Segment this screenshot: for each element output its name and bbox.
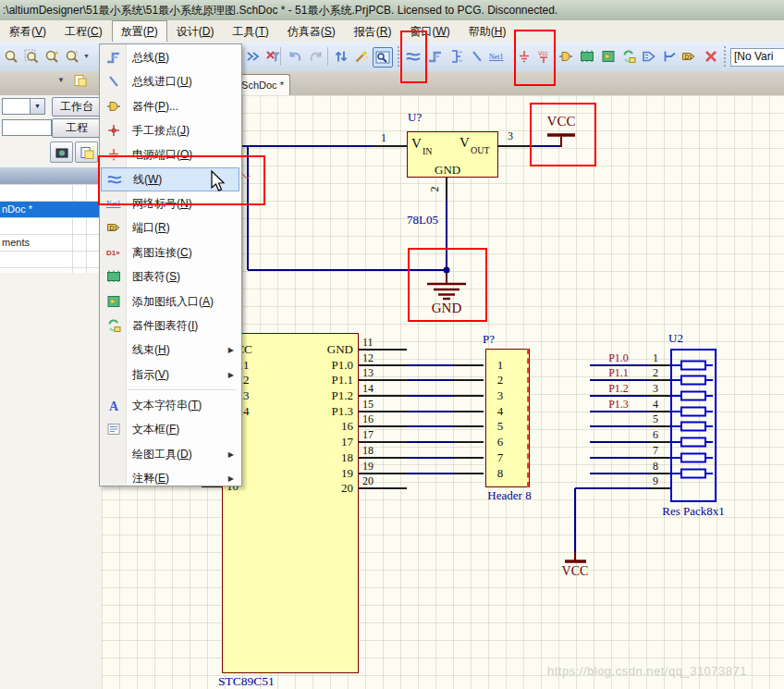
vcc-power-port-label-bottom: VCC [554, 564, 596, 579]
menu-item-label: 总线进口(U) [126, 74, 192, 90]
mouse-cursor [210, 170, 228, 192]
menu-item-label: 线束(H) [126, 342, 170, 358]
submenu-arrow-icon: ▶ [228, 450, 234, 459]
header-pin-number: 5 [491, 419, 509, 434]
respack-pin-number: 2 [647, 366, 664, 380]
respack-pin-number: 4 [647, 398, 664, 412]
sheet-symbol-icon [101, 269, 126, 284]
highlight-box-toolbar-wire [400, 31, 427, 83]
mcu-right-pin-name: 20 [294, 481, 353, 496]
regulator-designator: U? [408, 110, 422, 125]
highlight-box-vcc [530, 103, 596, 166]
header-pin-number: 6 [491, 435, 509, 449]
pin-number-1: 1 [381, 131, 386, 145]
mcu-pin-number: 12 [362, 351, 386, 365]
header-name: Header 8 [478, 488, 541, 503]
pin-name-vout-sub: OUT [471, 145, 490, 155]
mcu-pin-number: 19 [362, 460, 386, 474]
off-sheet-icon: D1» [101, 245, 126, 260]
submenu-arrow-icon: ▶ [228, 346, 234, 354]
place-menu-item-2[interactable]: 总线进口(U) [101, 69, 239, 93]
net-label: P1.1 [604, 366, 633, 380]
mcu-right-pin-name: 19 [294, 466, 353, 481]
mcu-pin-number: 17 [362, 428, 386, 442]
respack-pin-number: 9 [647, 474, 664, 488]
mcu-right-pin-name: P1.0 [294, 358, 353, 373]
mcu-pin-number: 15 [362, 398, 386, 412]
place-menu-item-19[interactable]: 注释(E)▶ [101, 466, 239, 490]
text-frame-icon [101, 422, 126, 437]
respack-name: Res Pack8x1 [655, 504, 732, 519]
highlight-box-toolbar-power [514, 30, 556, 86]
respack-designator: U2 [668, 331, 696, 346]
respack-pin-number: 1 [647, 351, 664, 365]
menu-item-label: 添加图纸入口(A) [126, 294, 214, 310]
mcu-right-pin-name: P1.2 [294, 388, 353, 403]
svg-text:A: A [109, 400, 119, 413]
net-label: P1.2 [604, 382, 633, 396]
part-icon [101, 99, 126, 114]
header-pin-number: 3 [491, 388, 509, 403]
highlight-box-gnd [408, 248, 487, 322]
menu-item-label: 指示(V) [126, 367, 169, 383]
respack-pin-number: 7 [647, 444, 664, 458]
pin-name-vin-sub: IN [423, 146, 433, 156]
mcu-right-pin-name: GND [294, 342, 353, 357]
mcu-right-pin-name: 17 [294, 435, 353, 449]
menu-item-label: 器件图表符(I) [126, 318, 198, 334]
port-icon: D1 [101, 220, 126, 235]
menu-item-label: 端口(R) [126, 220, 170, 236]
bus-entry-icon [101, 74, 126, 89]
mcu-right-pin-name: 16 [294, 419, 353, 434]
device-sheet-icon [101, 318, 126, 333]
place-menu-item-14[interactable]: 指示(V)▶ [101, 363, 239, 387]
svg-text:D1: D1 [109, 225, 117, 231]
mcu-pin-number: 11 [362, 336, 386, 350]
respack-pin-number: 5 [647, 412, 664, 426]
mcu-pin-number: 18 [362, 444, 386, 458]
mcu-pin-number: 14 [362, 382, 386, 396]
svg-text:D1»: D1» [106, 249, 120, 257]
place-menu-item-18[interactable]: 绘图工具(D)▶ [101, 442, 239, 466]
mcu-part-label: STC89C51 [218, 674, 301, 689]
menu-item-label: 器件(P)... [126, 99, 178, 115]
header-pin-number: 4 [491, 404, 509, 419]
header-pin-number: 7 [491, 450, 509, 465]
menu-item-label: 手工接点(J) [126, 123, 190, 139]
mcu-pin-number: 13 [362, 366, 386, 380]
menu-item-label: 绘图工具(D) [126, 447, 192, 462]
mcu-right-pin-name: P1.3 [294, 404, 353, 419]
menu-item-label: 图表符(S) [126, 269, 180, 285]
submenu-arrow-icon: ▶ [228, 474, 234, 483]
pin-name-vout: V [459, 135, 470, 151]
place-menu-item-16[interactable]: A文本字符串(T) [101, 393, 239, 417]
pin-name-gnd: GND [435, 163, 460, 178]
net-label: P1.3 [604, 398, 633, 412]
header-designator: P? [483, 332, 510, 347]
pin-number-3: 3 [508, 129, 513, 143]
altium-designer-window: :\altiumDesigner\51最小系统\51最小系统原理图.SchDoc… [0, 0, 784, 689]
header-pin-number: 1 [491, 358, 509, 373]
regulator-part-number: 78L05 [407, 213, 438, 228]
place-menu-item-11[interactable]: 添加图纸入口(A) [101, 289, 239, 314]
menu-item-label: 总线(B) [126, 50, 169, 66]
place-menu: 总线(B)总线进口(U)器件(P)...手工接点(J)电源端口(O)线(W)Ne… [99, 43, 242, 486]
place-menu-item-8[interactable]: D1端口(R) [101, 215, 239, 240]
mcu-pin-number: 16 [362, 412, 386, 426]
place-menu-item-3[interactable]: 器件(P)... [101, 94, 239, 118]
place-menu-item-1[interactable]: 总线(B) [101, 45, 239, 69]
submenu-arrow-icon: ▶ [228, 371, 234, 379]
menu-item-label: 离图连接(C) [126, 245, 192, 261]
place-menu-item-4[interactable]: 手工接点(J) [101, 118, 239, 142]
junction-icon [101, 123, 126, 138]
header-pin-number: 8 [491, 466, 509, 481]
place-menu-item-9[interactable]: D1»离图连接(C) [101, 240, 239, 265]
pin-number-2: 2 [428, 187, 442, 192]
sheet-entry-icon [101, 294, 126, 309]
mcu-pin-number: 20 [362, 474, 386, 488]
place-menu-item-12[interactable]: 器件图表符(I) [101, 314, 239, 338]
bus-icon [101, 50, 126, 65]
place-menu-item-17[interactable]: 文本框(F) [101, 417, 239, 441]
place-menu-item-13[interactable]: 线束(H)▶ [101, 338, 239, 362]
place-menu-item-10[interactable]: 图表符(S) [101, 265, 239, 289]
